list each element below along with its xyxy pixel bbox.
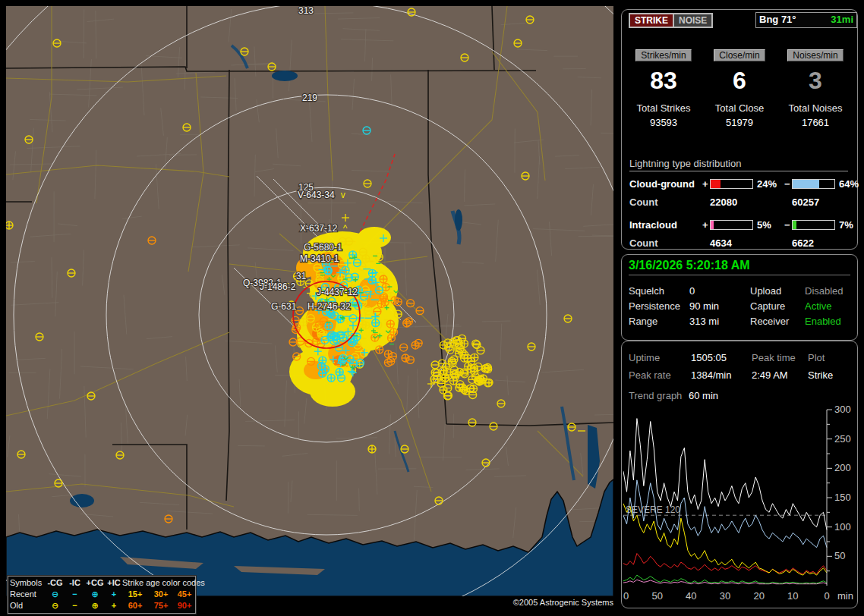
peak-time-label: Peak time xyxy=(752,352,796,363)
svg-text:250: 250 xyxy=(834,433,851,445)
svg-text:100: 100 xyxy=(834,521,851,533)
bearing-readout: Bng 71° 31mi xyxy=(755,12,857,28)
squelch-label: Squelch xyxy=(629,285,664,297)
ic-minus-count: 6622 xyxy=(792,237,814,249)
strikes-column: Strikes/min 83 Total Strikes 93593 xyxy=(626,48,702,128)
age-90-label: 90+ xyxy=(174,600,195,611)
svg-text:31: 31 xyxy=(296,271,307,281)
recent-cg-minus-icon: ⊖ xyxy=(45,589,65,600)
noise-button[interactable]: NOISE xyxy=(673,13,713,28)
recent-ic-plus-icon: + xyxy=(106,589,122,600)
svg-text:V-643-34: V-643-34 xyxy=(298,190,335,200)
old-ic-minus-icon: − xyxy=(65,600,84,611)
svg-text:min: min xyxy=(837,590,853,602)
peak-rate-label: Peak rate xyxy=(629,369,671,381)
age-30-label: 30+ xyxy=(148,589,174,600)
bearing-distance: 31mi xyxy=(831,14,853,25)
ic-plus-count: 4634 xyxy=(710,237,732,249)
range-value: 313 mi xyxy=(689,316,719,327)
noises-column: Noises/min 3 Total Noises 17661 xyxy=(777,48,853,128)
persistence-value: 90 min xyxy=(689,300,719,312)
svg-text:X-637-12: X-637-12 xyxy=(300,223,338,234)
upload-value: Disabled xyxy=(805,285,844,297)
svg-text:G-5680-1: G-5680-1 xyxy=(304,242,342,253)
squelch-row: Squelch 0 Upload Disabled xyxy=(629,285,853,297)
noises-per-min-header: Noises/min xyxy=(787,49,843,61)
bearing-label: Bng 71° xyxy=(759,14,796,25)
total-strikes-label: Total Strikes xyxy=(626,102,702,114)
noises-rate: 3 xyxy=(777,68,853,93)
peak-time-value: 2:49 AM xyxy=(752,369,788,381)
svg-text:30: 30 xyxy=(720,590,730,602)
squelch-value: 0 xyxy=(689,285,695,297)
cg-minus-count: 60257 xyxy=(792,196,819,208)
age-60-label: 60+ xyxy=(122,600,148,611)
svg-text:60: 60 xyxy=(623,590,629,602)
cg-minus-bar xyxy=(792,179,835,189)
legend-old-label: Old xyxy=(10,600,45,611)
total-close-value: 51979 xyxy=(702,117,777,128)
svg-text:J-4437-12: J-4437-12 xyxy=(317,287,358,297)
uptime-label: Uptime xyxy=(629,352,660,363)
legend-age-title: Strike age color codes xyxy=(122,577,195,589)
range-label: Range xyxy=(629,316,657,327)
persistence-label: Persistence xyxy=(629,300,680,312)
close-column: Close/min 6 Total Close 51979 xyxy=(702,48,777,128)
trend-chart: SEVERE 120501001502002503006050403020100… xyxy=(623,405,856,604)
legend-col-cg-minus: -CG xyxy=(45,577,65,589)
svg-text:J-1486-2: J-1486-2 xyxy=(260,281,296,292)
svg-text:219: 219 xyxy=(302,93,317,103)
svg-text:20: 20 xyxy=(753,590,764,602)
intracloud-count-row: Count 4634 6622 xyxy=(629,237,851,249)
capture-label: Capture xyxy=(750,300,785,312)
svg-text:40: 40 xyxy=(686,590,696,602)
trend-range-value: 60 min xyxy=(689,390,718,401)
cg-plus-pct: 24% xyxy=(757,178,777,190)
count-label: Count xyxy=(629,196,658,208)
persistence-row: Persistence 90 min Capture Active xyxy=(629,300,853,312)
close-per-min-header: Close/min xyxy=(714,49,765,61)
old-cg-minus-icon: ⊖ xyxy=(45,600,65,611)
legend-col-ic-minus: -IC xyxy=(65,577,84,589)
map-legend: Symbols -CG -IC +CG +IC Strike age color… xyxy=(8,576,196,614)
cloud-ground-count-row: Count 22080 60257 xyxy=(629,196,851,208)
legend-recent-label: Recent xyxy=(10,589,45,600)
svg-text:^: ^ xyxy=(343,223,348,234)
total-noises-label: Total Noises xyxy=(777,102,853,114)
ic-minus-pct: 7% xyxy=(839,219,853,231)
receiver-value: Enabled xyxy=(805,316,841,327)
strike-button[interactable]: STRIKE xyxy=(629,13,674,28)
svg-text:50: 50 xyxy=(651,590,662,602)
svg-text:-: - xyxy=(303,281,306,292)
svg-text:0: 0 xyxy=(824,590,829,602)
app-window: 31321912531V-643-34vX-637-12^G-5680-1M-3… xyxy=(0,0,864,616)
svg-text:H-2746-32: H-2746-32 xyxy=(307,301,351,312)
cg-plus-bar xyxy=(710,179,753,189)
legend-symbols-title: Symbols xyxy=(10,577,45,589)
trend-graph-label: Trend graph xyxy=(629,390,682,401)
status-panel: 3/16/2026 5:20:18 AM Squelch 0 Upload Di… xyxy=(621,254,858,341)
legend-col-ic-plus: +IC xyxy=(106,577,122,589)
svg-text:300: 300 xyxy=(834,405,851,415)
svg-text:M-3410-1: M-3410-1 xyxy=(300,253,339,264)
age-15-label: 15+ xyxy=(122,589,148,600)
ic-plus-pct: 5% xyxy=(757,219,771,231)
peak-rate-value: 1384/min xyxy=(691,369,731,381)
age-45-label: 45+ xyxy=(174,589,195,600)
recent-ic-minus-icon: − xyxy=(65,589,84,600)
stats-panel: STRIKE NOISE Bng 71° 31mi Strikes/min 83… xyxy=(621,9,858,250)
strikes-per-min-header: Strikes/min xyxy=(635,49,691,61)
capture-value: Active xyxy=(805,300,831,312)
count-label: Count xyxy=(629,237,658,249)
old-ic-plus-icon: + xyxy=(106,600,122,611)
cg-minus-pct: 64% xyxy=(839,178,859,190)
lightning-map[interactable]: 31321912531V-643-34vX-637-12^G-5680-1M-3… xyxy=(6,6,613,596)
uptime-value: 1505:05 xyxy=(691,352,727,363)
age-75-label: 75+ xyxy=(148,600,174,611)
plot-label: Plot xyxy=(808,352,825,363)
plus-sign: + xyxy=(702,178,708,190)
peak-rate-row: Peak rate 1384/min 2:49 AM Strike xyxy=(629,369,853,381)
svg-text:200: 200 xyxy=(834,462,851,473)
copyright-text: ©2005 Astrogenic Systems xyxy=(490,598,613,608)
uptime-row: Uptime 1505:05 Peak time Plot xyxy=(629,352,853,363)
